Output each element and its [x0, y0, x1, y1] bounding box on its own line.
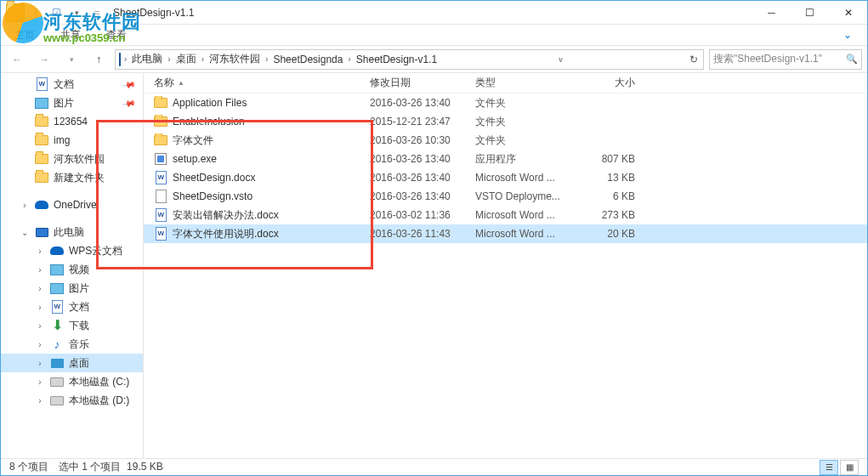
sidebar-item-label: 视频 [69, 263, 89, 277]
file-date: 2015-12-21 23:47 [360, 116, 465, 128]
dropdown-icon[interactable]: v [559, 55, 564, 64]
sidebar-item[interactable]: 河东软件园 [1, 150, 143, 168]
file-row[interactable]: setup.exe2016-03-26 13:40应用程序807 KB [144, 150, 867, 168]
file-row[interactable]: Application Files2016-03-26 13:40文件夹 [144, 94, 867, 112]
sidebar-item[interactable]: ›⬇下载 [1, 316, 143, 335]
crumb-folder2[interactable]: SheetDesignda [271, 54, 344, 65]
sidebar-item[interactable]: ›♪音乐 [1, 335, 143, 354]
nav-forward-button[interactable]: → [33, 49, 55, 70]
chevron-right-icon[interactable]: › [20, 201, 30, 210]
file-date: 2016-03-26 13:40 [360, 172, 465, 184]
folder-icon [35, 133, 48, 147]
sidebar-item[interactable]: ›本地磁盘 (D:) [1, 391, 143, 410]
chevron-right-icon[interactable]: › [35, 396, 45, 405]
file-size: 273 KB [569, 209, 645, 221]
crumb-current[interactable]: SheetDesign-v1.1 [355, 54, 439, 65]
exe-icon [154, 152, 167, 166]
sidebar-item-label: OneDrive [54, 199, 97, 211]
search-placeholder: 搜索"SheetDesign-v1.1" [713, 52, 822, 66]
qat-divider: | [26, 3, 45, 22]
chevron-right-icon[interactable]: › [35, 340, 45, 349]
title-bar: | ☑ ▾ = SheetDesign-v1.1 ─ ☐ ✕ [1, 1, 867, 25]
chevron-right-icon[interactable]: › [35, 303, 45, 312]
file-row[interactable]: 安装出错解决办法.docx2016-03-02 11:36Microsoft W… [144, 206, 867, 224]
sidebar-item[interactable]: ›桌面 [1, 354, 143, 372]
chevron-right-icon[interactable]: › [198, 54, 207, 64]
sidebar-onedrive[interactable]: ›OneDrive [1, 196, 143, 214]
sidebar-item[interactable]: 新建文件夹 [1, 168, 143, 187]
window-title: SheetDesign-v1.1 [106, 7, 752, 19]
nav-recent-button[interactable]: ▾ [60, 49, 82, 70]
onedrive-icon [50, 244, 64, 258]
folder-icon [35, 152, 48, 166]
tab-view[interactable]: 查看 [105, 25, 128, 46]
chevron-right-icon[interactable]: › [35, 265, 45, 275]
sidebar-item[interactable]: ›视频 [1, 260, 143, 279]
chevron-right-icon[interactable]: › [35, 246, 45, 256]
search-icon[interactable]: 🔍 [846, 54, 858, 65]
col-name[interactable]: 名称▲ [144, 76, 360, 90]
crumb-folder1[interactable]: 河东软件园 [207, 52, 262, 66]
nav-up-button[interactable]: ↑ [88, 49, 110, 70]
tab-share[interactable]: 共享 [59, 25, 82, 46]
sidebar-item-label: 音乐 [69, 337, 89, 352]
chevron-right-icon[interactable]: › [344, 54, 354, 64]
search-input[interactable]: 搜索"SheetDesign-v1.1" 🔍 [709, 49, 862, 70]
chevron-right-icon[interactable]: › [262, 54, 271, 64]
nav-back-button[interactable]: ← [6, 49, 28, 70]
sidebar-item[interactable]: 文档📌 [1, 75, 143, 94]
sidebar-item-label: 文档 [69, 300, 89, 314]
file-row[interactable]: 字体文件2016-03-26 10:30文件夹 [144, 131, 867, 150]
chevron-right-icon[interactable]: › [35, 377, 45, 387]
close-button[interactable]: ✕ [829, 1, 867, 24]
file-size: 20 KB [569, 228, 645, 240]
qat-checkbox-icon[interactable]: ☑ [47, 3, 65, 22]
breadcrumb[interactable]: › 此电脑 › 桌面 › 河东软件园 › SheetDesignda › She… [115, 49, 704, 70]
sidebar-thispc[interactable]: ⌄此电脑 [1, 223, 143, 241]
sidebar-item[interactable]: 123654 [1, 112, 143, 131]
pin-icon: 📌 [122, 77, 136, 91]
chevron-right-icon[interactable]: › [35, 359, 45, 368]
file-type: Microsoft Word ... [465, 228, 569, 240]
sidebar-item[interactable]: ›WPS云文档 [1, 241, 143, 260]
chevron-right-icon[interactable]: › [121, 54, 130, 64]
col-type[interactable]: 类型 [465, 76, 569, 90]
minimize-button[interactable]: ─ [752, 1, 791, 24]
file-name: Application Files [173, 97, 247, 109]
file-name: 字体文件 [173, 133, 213, 148]
file-date: 2016-03-02 11:36 [360, 209, 465, 221]
file-date: 2016-03-26 11:43 [360, 228, 465, 240]
sidebar-item-label: 本地磁盘 (C:) [69, 375, 129, 389]
sidebar-item[interactable]: ›文档 [1, 298, 143, 316]
chevron-down-icon[interactable]: ⌄ [20, 228, 30, 237]
file-name: SheetDesign.docx [173, 172, 255, 184]
view-details-button[interactable]: ☰ [820, 460, 838, 475]
sidebar-item[interactable]: 图片📌 [1, 94, 143, 112]
view-icons-button[interactable]: ▦ [840, 460, 859, 475]
sidebar-item[interactable]: ›本地磁盘 (C:) [1, 372, 143, 391]
file-row[interactable]: SheetDesign.docx2016-03-26 13:40Microsof… [144, 168, 867, 187]
chevron-right-icon[interactable]: › [164, 54, 173, 64]
pin-icon: 📌 [122, 96, 136, 110]
doc-icon [154, 227, 167, 241]
crumb-thispc[interactable]: 此电脑 [130, 52, 164, 66]
crumb-desktop[interactable]: 桌面 [174, 52, 198, 66]
col-date[interactable]: 修改日期 [360, 76, 465, 90]
col-size[interactable]: 大小 [569, 76, 645, 90]
folder-icon[interactable] [6, 3, 25, 22]
file-row[interactable]: 字体文件使用说明.docx2016-03-26 11:43Microsoft W… [144, 224, 867, 243]
sidebar-item[interactable]: img [1, 131, 143, 150]
address-bar: ← → ▾ ↑ › 此电脑 › 桌面 › 河东软件园 › SheetDesign… [1, 46, 867, 73]
chevron-right-icon[interactable]: › [35, 284, 45, 293]
chevron-right-icon[interactable]: › [35, 321, 45, 331]
drive-icon [50, 394, 64, 407]
refresh-icon[interactable]: ↻ [689, 54, 700, 65]
ribbon-expand-icon[interactable]: ⌄ [842, 26, 854, 44]
file-row[interactable]: SheetDesign.vsto2016-03-26 13:40VSTO Dep… [144, 187, 867, 206]
folder-icon [154, 115, 167, 128]
sidebar-item[interactable]: ›图片 [1, 279, 143, 298]
tab-home[interactable]: 主页 [13, 25, 37, 46]
qat-dropdown-icon[interactable]: ▾ [67, 3, 86, 22]
file-row[interactable]: EnableInclusion2015-12-21 23:47文件夹 [144, 112, 867, 131]
maximize-button[interactable]: ☐ [791, 1, 829, 24]
